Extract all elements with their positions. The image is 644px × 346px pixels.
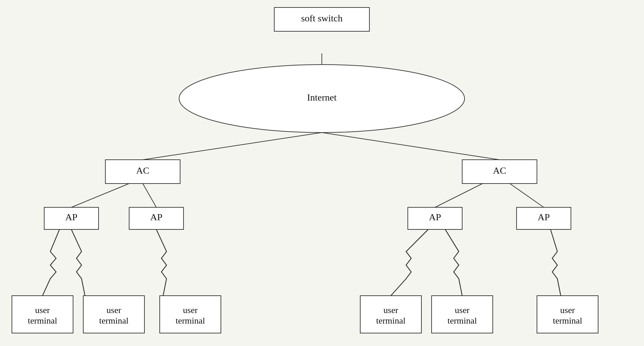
ut3-label-line1: user [183, 305, 198, 315]
zigzag-apll-ut2 [71, 229, 85, 296]
ap-rl-label: AP [429, 212, 441, 222]
internet-label: Internet [307, 92, 336, 103]
line-acl-aplr [143, 184, 156, 207]
line-acr-aprl [435, 184, 483, 207]
diagram-canvas: soft switch Internet AC AC AP AP AP AP u… [0, 0, 644, 346]
ac-right-label: AC [493, 165, 506, 176]
zigzag-aprl-ut5 [445, 229, 462, 296]
ac-left-label: AC [136, 165, 150, 176]
ut1-label-line1: user [35, 305, 50, 315]
ut4-label-line1: user [383, 305, 398, 315]
zigzag-aprr-ut6 [551, 229, 561, 296]
soft-switch-label: soft switch [301, 13, 343, 23]
ap-ll-label: AP [65, 212, 77, 222]
line-internet-ac-right [322, 133, 500, 160]
zigzag-apll-ut1 [42, 229, 59, 296]
ap-rr-label: AP [538, 212, 550, 222]
line-acr-aprr [510, 184, 544, 207]
ut6-label-line2: terminal [553, 316, 582, 326]
ut3-label-line2: terminal [176, 316, 205, 326]
line-acl-apll [71, 184, 129, 207]
ut2-label-line1: user [106, 305, 121, 315]
ut1-label-line2: terminal [28, 316, 57, 326]
zigzag-aprl-ut4 [391, 229, 428, 296]
ap-lr-label: AP [150, 212, 162, 222]
ut6-label-line1: user [560, 305, 575, 315]
ut2-label-line2: terminal [99, 316, 129, 326]
ut5-label-line1: user [455, 305, 470, 315]
line-internet-ac-left [143, 133, 322, 160]
ut4-label-line2: terminal [376, 316, 406, 326]
ut5-label-line2: terminal [448, 316, 477, 326]
zigzag-aplr-ut3 [156, 229, 167, 296]
